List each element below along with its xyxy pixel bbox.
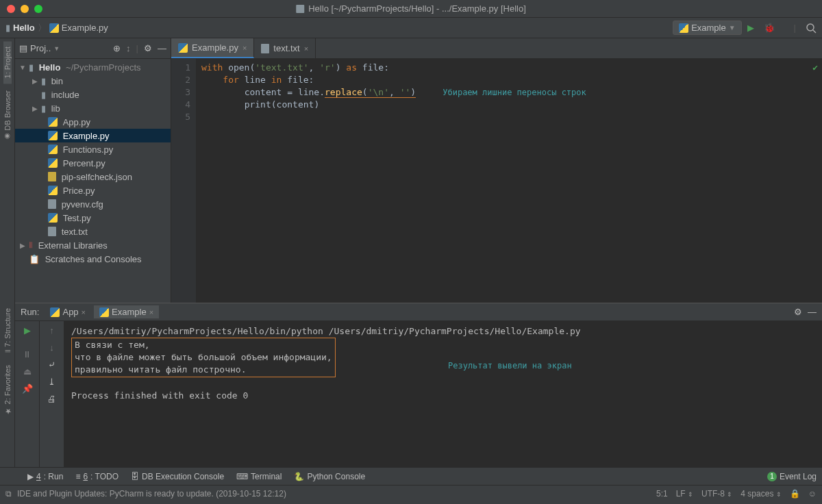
tree-file[interactable]: text.txt bbox=[15, 225, 171, 238]
tool-structure[interactable]: ⫴ 7: Structure bbox=[3, 303, 12, 358]
bottom-tool-stripe: ▶ 4: Run ≡ 6: TODO 🗄 DB Execution Consol… bbox=[0, 467, 822, 485]
rerun-button[interactable]: ▶ bbox=[24, 325, 31, 336]
python-icon bbox=[49, 23, 59, 33]
status-message[interactable]: IDE and Plugin Updates: PyCharm is ready… bbox=[17, 489, 286, 499]
tree-file[interactable]: pyvenv.cfg bbox=[15, 197, 171, 211]
search-button[interactable] bbox=[806, 23, 817, 34]
wrap-icon[interactable]: ⤶ bbox=[48, 360, 55, 370]
tool-project[interactable]: 1: Project bbox=[3, 41, 12, 84]
close-window[interactable] bbox=[7, 5, 15, 13]
inspector-icon[interactable]: ☺ bbox=[808, 489, 817, 499]
tree-folder[interactable]: ▶▮ lib bbox=[15, 101, 171, 115]
output-annotation: Результат вывели на экран bbox=[448, 360, 572, 372]
gear-icon[interactable]: ⚙ bbox=[794, 307, 802, 317]
python-icon bbox=[679, 23, 688, 33]
hide-icon[interactable]: — bbox=[158, 43, 166, 53]
file-icon bbox=[296, 5, 304, 13]
console-output[interactable]: /Users/dmitriy/PycharmProjects/Hello/bin… bbox=[64, 321, 822, 467]
tree-file[interactable]: App.py bbox=[15, 115, 171, 129]
navigation-bar: ▮ Hello 〉 Example.py Example ▼ ▶ 🐞 | bbox=[0, 18, 822, 38]
close-icon[interactable]: × bbox=[304, 45, 308, 53]
run-tab-app[interactable]: App × bbox=[45, 305, 91, 318]
tool-terminal[interactable]: ⌨ Terminal bbox=[236, 472, 282, 481]
run-button[interactable]: ▶ bbox=[747, 23, 754, 33]
run-tool-window: Run: App × Example × ⚙ — ▶ ⏸ ⏏ 📌 ↑ ↓ ⤶ ⤓… bbox=[15, 303, 822, 467]
editor: Example.py× text.txt× 12345 with open('t… bbox=[171, 38, 822, 303]
divider: | bbox=[794, 23, 796, 33]
svg-line-1 bbox=[813, 30, 816, 33]
event-log[interactable]: 1 Event Log bbox=[767, 472, 817, 481]
exit-icon[interactable]: ⏏ bbox=[23, 366, 32, 377]
line-numbers: 12345 bbox=[171, 59, 196, 303]
tool-db-console[interactable]: 🗄 DB Execution Console bbox=[131, 472, 224, 481]
divider: | bbox=[136, 43, 138, 53]
tab-text-txt[interactable]: text.txt× bbox=[254, 38, 316, 58]
gear-icon[interactable]: ⚙ bbox=[144, 43, 152, 53]
line-separator[interactable]: LF ⇕ bbox=[676, 489, 693, 499]
breadcrumb: ▮ Hello 〉 Example.py bbox=[5, 22, 673, 34]
output-highlight: В связи с тем, что в файле может быть бо… bbox=[71, 338, 336, 377]
project-view-selector[interactable]: ▤ Proj..▼ bbox=[19, 43, 108, 53]
indent-settings[interactable]: 4 spaces ⇕ bbox=[740, 489, 781, 499]
breadcrumb-file[interactable]: Example.py bbox=[49, 23, 108, 33]
inspection-ok-icon[interactable]: ✔ bbox=[812, 62, 818, 74]
tool-python-console[interactable]: 🐍 Python Console bbox=[294, 472, 365, 481]
tool-todo[interactable]: ≡ 6: TODO bbox=[75, 472, 119, 481]
minimize-window[interactable] bbox=[21, 5, 29, 13]
tool-favorites[interactable]: ★ 2: Favorites bbox=[3, 360, 12, 421]
python-icon bbox=[50, 307, 60, 317]
exit-message: Process finished with exit code 0 bbox=[71, 390, 815, 402]
command-line: /Users/dmitriy/PycharmProjects/Hello/bin… bbox=[71, 325, 815, 338]
hide-icon[interactable]: — bbox=[808, 307, 817, 317]
python-icon bbox=[178, 43, 188, 53]
run-tab-example[interactable]: Example × bbox=[94, 305, 159, 318]
run-label: Run: bbox=[21, 307, 39, 317]
tree-file-selected[interactable]: Example.py bbox=[15, 129, 171, 142]
lock-icon[interactable]: 🔒 bbox=[790, 489, 800, 499]
close-icon[interactable]: × bbox=[242, 44, 247, 52]
tree-folder[interactable]: ▶▮ bin bbox=[15, 74, 171, 88]
file-encoding[interactable]: UTF-8 ⇕ bbox=[701, 489, 732, 499]
run-configuration-selector[interactable]: Example ▼ bbox=[673, 21, 741, 35]
project-tool-window: ▤ Proj..▼ ⊕ ↕ | ⚙ — ▼▮ Hello ~/PycharmPr… bbox=[15, 38, 171, 303]
tree-file[interactable]: pip-selfcheck.json bbox=[15, 170, 171, 184]
tree-file[interactable]: Functions.py bbox=[15, 142, 171, 156]
caret-position[interactable]: 5:1 bbox=[656, 489, 668, 499]
locate-icon[interactable]: ⊕ bbox=[113, 43, 121, 53]
pause-icon[interactable]: ⏸ bbox=[23, 349, 32, 360]
tree-file[interactable]: Price.py bbox=[15, 184, 171, 197]
close-icon[interactable]: × bbox=[149, 308, 153, 316]
project-tree[interactable]: ▼▮ Hello ~/PycharmProjects ▶▮ bin ▮ incl… bbox=[15, 59, 171, 303]
pin-icon[interactable]: 📌 bbox=[22, 383, 33, 394]
close-icon[interactable]: × bbox=[82, 308, 86, 316]
tool-run[interactable]: ▶ 4: Run bbox=[27, 472, 63, 481]
titlebar: Hello [~/PycharmProjects/Hello] - .../Ex… bbox=[0, 0, 822, 18]
code-content[interactable]: with open('text.txt', 'r') as file: for … bbox=[196, 59, 822, 303]
breadcrumb-project[interactable]: ▮ Hello bbox=[5, 23, 35, 33]
scroll-icon[interactable]: ⤓ bbox=[48, 377, 55, 387]
debug-button[interactable]: 🐞 bbox=[764, 23, 775, 33]
tree-external-libs[interactable]: ▶⫴ External Libraries bbox=[15, 238, 171, 252]
window-title: Hello [~/PycharmProjects/Hello] - .../Ex… bbox=[296, 3, 526, 14]
tree-scratches[interactable]: 📋 Scratches and Consoles bbox=[15, 252, 171, 266]
up-icon[interactable]: ↑ bbox=[49, 325, 54, 336]
print-icon[interactable]: 🖨 bbox=[47, 394, 56, 404]
maximize-window[interactable] bbox=[34, 5, 42, 13]
svg-point-0 bbox=[807, 24, 814, 31]
tree-root[interactable]: ▼▮ Hello ~/PycharmProjects bbox=[15, 60, 171, 74]
tool-db-browser[interactable]: ◉ DB Browser bbox=[3, 85, 12, 146]
toggle-panels-icon[interactable]: ⧉ bbox=[5, 489, 12, 499]
code-annotation: Убираем лишние переносы строк bbox=[443, 88, 586, 97]
down-icon[interactable]: ↓ bbox=[49, 342, 54, 353]
tab-example-py[interactable]: Example.py× bbox=[171, 38, 254, 58]
expand-icon[interactable]: ↕ bbox=[126, 43, 131, 53]
folder-icon: ▮ bbox=[5, 23, 10, 33]
tree-folder[interactable]: ▮ include bbox=[15, 88, 171, 101]
run-toolbar-right: ↑ ↓ ⤶ ⤓ 🖨 bbox=[40, 321, 64, 467]
run-toolbar-left: ▶ ⏸ ⏏ 📌 bbox=[15, 321, 40, 467]
editor-body[interactable]: 12345 with open('text.txt', 'r') as file… bbox=[171, 59, 822, 303]
editor-tabs: Example.py× text.txt× bbox=[171, 38, 822, 59]
tree-file[interactable]: Test.py bbox=[15, 211, 171, 225]
left-tool-stripe: 1: Project ◉ DB Browser bbox=[0, 38, 15, 303]
tree-file[interactable]: Percent.py bbox=[15, 156, 171, 170]
